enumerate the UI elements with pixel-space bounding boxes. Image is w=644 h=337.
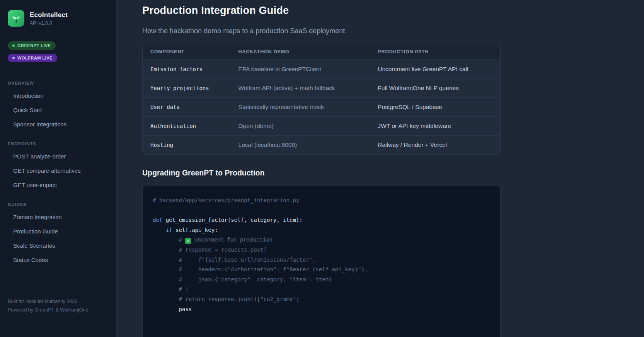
sidebar-item-introduction[interactable]: Introduction	[8, 89, 109, 103]
table-cell: Local (localhost:8000)	[231, 136, 370, 155]
table-cell: Uncomment live GreenPT API call	[370, 60, 500, 79]
page-subtitle: How the hackathon demo maps to a product…	[142, 27, 501, 35]
greenpt-live-badge: GREENPT LIVE	[8, 41, 56, 50]
comparison-table-card: COMPONENTHACKATHON DEMOPRODUCTION PATH E…	[142, 44, 501, 155]
code-line: pass	[153, 305, 490, 315]
code-line: # ✔ Uncomment for production	[153, 235, 490, 245]
table-row: Yearly projectionsWolfram API (active) +…	[143, 79, 500, 98]
code-line: # f"{self.base_url}/emissions/factor",	[153, 255, 490, 265]
code-token: #	[153, 237, 185, 243]
page-title: Production Integration Guide	[142, 5, 501, 17]
code-token: # response = requests.post(	[153, 247, 267, 253]
badge-label: GREENPT LIVE	[17, 43, 51, 48]
code-token	[153, 227, 166, 233]
sidebar: EcoIntellect API v1.0.0 GREENPT LIVEWOLF…	[0, 0, 117, 337]
table-cell: Hosting	[143, 136, 231, 155]
status-badges: GREENPT LIVEWOLFRAM LIVE	[8, 41, 109, 62]
code-block: # backend/app/services/greenpt_integrati…	[153, 196, 490, 314]
sidebar-item-get-user-impact[interactable]: GET user-impact	[8, 178, 109, 192]
code-line: # headers={"Authorization": f"Bearer {se…	[153, 265, 490, 275]
table-row: HostingLocal (localhost:8000)Railway / R…	[143, 136, 500, 155]
brand-title: EcoIntellect	[30, 11, 68, 19]
sidebar-item-get-compare-alternatives[interactable]: GET compare-alternatives	[8, 163, 109, 178]
nav-section-endpoints: ENDPOINTS	[8, 141, 109, 146]
section-heading: Upgrading GreenPT to Production	[142, 168, 501, 177]
comparison-table: COMPONENTHACKATHON DEMOPRODUCTION PATH E…	[143, 44, 500, 154]
table-cell: Railway / Render + Vercel	[370, 136, 500, 155]
code-line: # json={"category": category, "item": it…	[153, 275, 490, 285]
status-dot-icon	[12, 57, 15, 59]
main-content: Production Integration Guide How the hac…	[117, 0, 644, 337]
table-body: Emission factorsEPA baseline in GreenPTC…	[143, 60, 500, 155]
table-cell: PostgreSQL / Supabase	[370, 98, 500, 117]
code-token: # )	[153, 286, 189, 292]
code-line: # )	[153, 284, 490, 294]
sidebar-nav: OVERVIEWIntroductionQuick StartSponsor I…	[8, 71, 109, 267]
table-cell: Emission factors	[143, 60, 231, 79]
code-token: # headers={"Authorization": f"Bearer {se…	[153, 266, 368, 272]
wolfram-live-badge: WOLFRAM LIVE	[8, 54, 57, 62]
app-window: EcoIntellect API v1.0.0 GREENPT LIVEWOLF…	[0, 0, 644, 337]
column-header-production-path: PRODUCTION PATH	[370, 44, 500, 60]
code-token: # backend/app/services/greenpt_integrati…	[153, 197, 299, 203]
table-cell: Full Wolfram|One NLP queries	[370, 79, 500, 98]
sidebar-item-post-analyze-order[interactable]: POST analyze-order	[8, 149, 109, 163]
code-token: # return response.json()["co2_grams"]	[153, 296, 299, 302]
sidebar-item-production-guide[interactable]: Production Guide	[8, 224, 109, 238]
table-cell: EPA baseline in GreenPTClient	[231, 60, 370, 79]
check-icon: ✔	[185, 238, 191, 244]
column-header-component: COMPONENT	[143, 44, 231, 60]
code-line: # return response.json()["co2_grams"]	[153, 294, 490, 305]
content-column: Production Integration Guide How the hac…	[142, 5, 501, 337]
code-token: # f"{self.base_url}/emissions/factor",	[153, 257, 315, 263]
brand: EcoIntellect API v1.0.0	[8, 10, 109, 27]
badge-label: WOLFRAM LIVE	[17, 56, 53, 60]
brand-text: EcoIntellect API v1.0.0	[30, 11, 68, 26]
table-head: COMPONENTHACKATHON DEMOPRODUCTION PATH	[143, 44, 500, 60]
code-line: # backend/app/services/greenpt_integrati…	[153, 196, 490, 206]
code-token: def	[153, 217, 166, 223]
nav-section-overview: OVERVIEW	[8, 81, 109, 85]
sidebar-item-zomato-integration[interactable]: Zomato Integration	[8, 210, 109, 224]
code-line: def get_emission_factor(self, category, …	[153, 215, 490, 225]
code-line: # response = requests.post(	[153, 245, 490, 255]
table-cell: Yearly projections	[143, 79, 231, 98]
table-cell: Authentication	[143, 117, 231, 136]
code-token: if	[166, 227, 175, 233]
sidebar-item-sponsor-integrations[interactable]: Sponsor Integrations	[8, 117, 109, 131]
code-token: # json={"category": category, "item": it…	[153, 276, 332, 283]
table-cell: Open (demo)	[231, 117, 370, 136]
code-card: # backend/app/services/greenpt_integrati…	[142, 186, 501, 337]
seedling-icon	[11, 14, 21, 24]
sidebar-item-quick-start[interactable]: Quick Start	[8, 103, 109, 117]
column-header-hackathon-demo: HACKATHON DEMO	[231, 44, 370, 60]
code-token: get_emission_factor(self, category, item…	[166, 217, 303, 223]
code-token: self.api_key:	[175, 227, 218, 233]
footer-line-1: Built for Hack for Humanity 2026	[8, 298, 109, 306]
table-cell: User data	[143, 98, 231, 117]
table-row: Emission factorsEPA baseline in GreenPTC…	[143, 60, 500, 79]
brand-version: API v1.0.0	[30, 20, 68, 26]
table-cell: JWT or API key middleware	[370, 117, 500, 136]
code-token: Uncomment for production	[191, 237, 273, 243]
sidebar-item-scale-scenarios[interactable]: Scale Scenarios	[8, 238, 109, 253]
app-logo	[8, 10, 24, 27]
table-header-row: COMPONENTHACKATHON DEMOPRODUCTION PATH	[143, 44, 500, 60]
table-row: User dataStatistically representative mo…	[143, 98, 500, 117]
table-cell: Statistically representative mock	[231, 98, 370, 117]
table-row: AuthenticationOpen (demo)JWT or API key …	[143, 117, 500, 136]
code-token: pass	[153, 306, 192, 312]
nav-section-guides: GUIDES	[8, 202, 109, 207]
code-line: if self.api_key:	[153, 225, 490, 235]
sidebar-item-status-codes[interactable]: Status Codes	[8, 253, 109, 267]
table-cell: Wolfram API (active) + math fallback	[231, 79, 370, 98]
code-line	[153, 206, 490, 216]
footer-line-2: Powered by GreenPT & Wolfram|One	[8, 306, 109, 315]
status-dot-icon	[12, 44, 15, 47]
sidebar-footer: Built for Hack for Humanity 2026 Powered…	[8, 298, 109, 315]
